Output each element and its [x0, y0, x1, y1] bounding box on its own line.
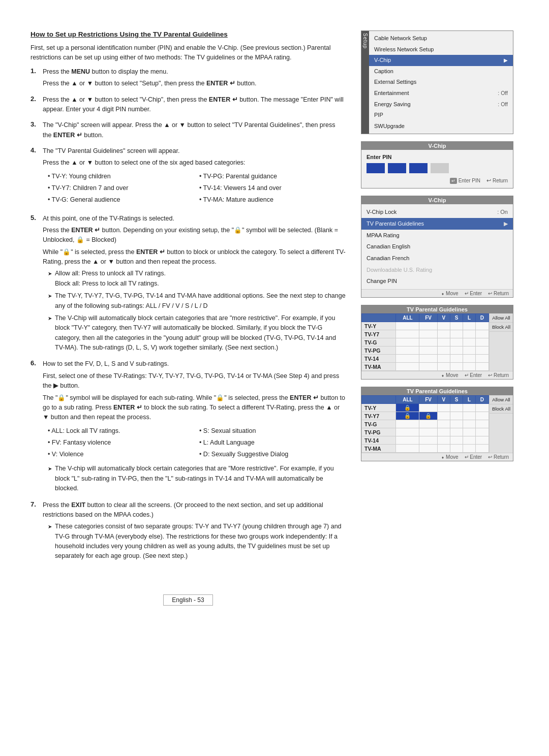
tpg2-tvy7-all: 🔒 [396, 412, 419, 420]
step-7-arrow-1: These categories consist of two separate… [48, 522, 346, 561]
setup-item-pip[interactable]: PIP [369, 110, 513, 121]
tpg-tvpg-fv [419, 346, 437, 355]
tpg-tvy7-v [437, 330, 450, 338]
vchip-pin-body: Enter PIN ↵ Enter PIN ↩ Return [361, 150, 513, 188]
tpg2-tvma-l [463, 445, 475, 453]
sub-6: • D: Sexually Suggestive Dialog [199, 449, 346, 460]
tpg-label-tvg: TV-G [362, 338, 396, 346]
cat-3: • TV-G: General audience [48, 195, 194, 205]
step-7-arrow-list: These categories consist of two separate… [48, 522, 346, 561]
setup-item-external[interactable]: External Settings [369, 77, 513, 88]
step-6: 6. How to set the FV, D, L, S and V sub-… [30, 359, 346, 496]
page-title: How to Set up Restrictions Using the TV … [30, 30, 346, 38]
tpg-tvg-all [396, 338, 419, 346]
setup-item-cable[interactable]: Cable Network Setup [369, 33, 513, 44]
tpg2-tvpg-l [463, 428, 475, 436]
tpg2-tvy-l [463, 404, 475, 412]
cat-4: • TV-PG: Parental guidance [199, 171, 346, 182]
vchip-lock-item[interactable]: V-Chip Lock : On [361, 206, 513, 218]
tpg-tvg-l [463, 338, 475, 346]
vchip-tvpg-item[interactable]: TV Parental Guidelines ▶ [361, 218, 513, 230]
tpg2-tvg-v [437, 420, 450, 428]
tpg2-tvma-d [475, 445, 489, 453]
cat-5: • TV-14: Viewers 14 and over [199, 183, 346, 194]
tpg-panel-blocked-title: TV Parental Guidelines [361, 387, 513, 395]
setup-item-wireless[interactable]: Wireless Network Setup [369, 44, 513, 55]
step-3-content: The "V-Chip" screen will appear. Press t… [43, 120, 346, 142]
tpg-tvy7-s [450, 330, 463, 338]
step-5-arrow-2: The V-Chip will automatically block cert… [48, 313, 346, 353]
tpg2-tvpg-d [475, 428, 489, 436]
setup-item-entertainment[interactable]: Entertainment : Off [369, 88, 513, 99]
setup-item-sw[interactable]: SWUpgrade [369, 121, 513, 132]
vchip-move-bar: ⬧ Move ↵ Enter ↩ Return [361, 289, 513, 297]
tpg2-tvg-d [475, 420, 489, 428]
setup-item-energy[interactable]: Energy Saving : Off [369, 99, 513, 110]
block-all-btn[interactable]: Block All [490, 323, 513, 332]
tpg-move-hint: ⬧ Move [441, 372, 458, 378]
tpg-th-blank [362, 314, 396, 322]
footer-wrap: English - 53 [30, 579, 346, 606]
step-1-num: 1. [30, 67, 39, 75]
tpg-tvy-s [450, 322, 463, 330]
tpg-return-hint: ↩ Return [488, 372, 509, 378]
tpg2-tv14-s [450, 436, 463, 445]
tpg2-th-fv: FV [419, 396, 437, 404]
setup-item-caption[interactable]: Caption [369, 66, 513, 77]
tpg2-tvpg-all [396, 428, 419, 436]
step-3-text: The "V-Chip" screen will appear. Press t… [43, 120, 346, 140]
tpg-tvy-v [437, 322, 450, 330]
tpg2-tv14-d [475, 436, 489, 445]
vchip-menu-panel: V-Chip V-Chip Lock : On TV Parental Guid… [361, 196, 513, 298]
tpg2-tvy-all: 🔒 [396, 404, 419, 412]
tpg2-tvma-v [437, 445, 450, 453]
setup-panel-inner: Setup Cable Network Setup Wireless Netwo… [361, 31, 513, 134]
tpg2-row-tvy7: TV-Y7 🔒 🔒 [362, 412, 489, 420]
step-2-content: Press the ▲ or ▼ button to select "V-Chi… [43, 95, 346, 117]
tpg-panel-blocked: TV Parental Guidelines ALL FV V S L [361, 387, 513, 461]
tpg-tvy-d [475, 322, 489, 330]
tpg-tvma-v [437, 363, 450, 371]
vchip-canfrench-label: Canadian French [367, 254, 508, 263]
setup-item-pip-label: PIP [374, 111, 508, 120]
pin-box-3 [409, 163, 428, 173]
tpg-tv14-fv [419, 355, 437, 363]
pin-return-hint: ↩ Return [486, 177, 508, 184]
vchip-changepin-label: Change PIN [367, 276, 508, 286]
cat-6: • TV-MA: Mature audience [199, 195, 346, 205]
step-2-text: Press the ▲ or ▼ button to select "V-Chi… [43, 95, 346, 115]
tpg2-th-blank [362, 396, 396, 404]
tpg-tv14-s [450, 355, 463, 363]
pin-boxes [367, 163, 508, 173]
tpg2-tvg-l [463, 420, 475, 428]
vchip-canenglish-item[interactable]: Canadian English [361, 241, 513, 253]
block-all-btn-2[interactable]: Block All [490, 404, 513, 414]
tpg-tv14-all [396, 355, 419, 363]
tpg2-label-tvpg: TV-PG [362, 428, 396, 436]
allow-all-btn[interactable]: Allow All [490, 313, 513, 323]
tpg-tvg-v [437, 338, 450, 346]
tpg2-tvma-s [450, 445, 463, 453]
tpg-tvpg-l [463, 346, 475, 355]
step-6-num: 6. [30, 359, 39, 367]
vchip-return-hint: ↩ Return [488, 291, 509, 296]
setup-item-vchip[interactable]: V-Chip ▶ [369, 55, 513, 66]
step-6-content: How to set the FV, D, L, S and V sub-rat… [43, 359, 346, 496]
setup-item-wireless-label: Wireless Network Setup [374, 45, 508, 54]
sub-5: • L: Adult Language [199, 437, 346, 448]
vchip-mpaa-item[interactable]: MPAA Rating [361, 230, 513, 241]
tpg-row-tvy: TV-Y [362, 322, 489, 330]
vchip-canfrench-item[interactable]: Canadian French [361, 253, 513, 264]
step-3: 3. The "V-Chip" screen will appear. Pres… [30, 120, 346, 142]
tpg2-tvpg-s [450, 428, 463, 436]
tpg-th-fv: FV [419, 314, 437, 322]
setup-item-vchip-label: V-Chip [374, 56, 501, 65]
step-5-p2: While "🔒" is selected, press the ENTER ↵… [43, 247, 346, 267]
vchip-changepin-item[interactable]: Change PIN [361, 275, 513, 287]
page-container: How to Set up Restrictions Using the TV … [0, 0, 549, 636]
allow-all-btn-2[interactable]: Allow All [490, 395, 513, 404]
tpg2-row-tvg: TV-G [362, 420, 489, 428]
step-6-intro: How to set the FV, D, L, S and V sub-rat… [43, 359, 346, 369]
vchip-tvpg-arrow: ▶ [504, 219, 508, 229]
setup-item-external-label: External Settings [374, 78, 508, 87]
